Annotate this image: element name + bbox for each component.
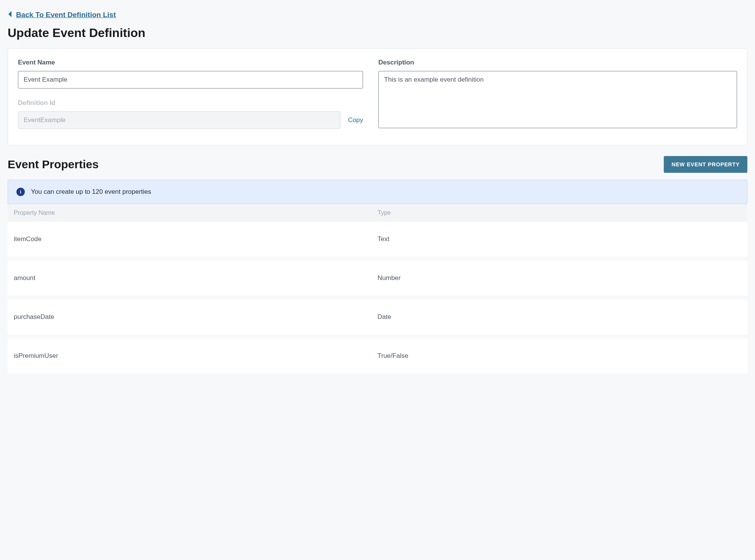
table-header-row: Property Name Type — [8, 204, 747, 222]
new-event-property-button[interactable]: NEW EVENT PROPERTY — [664, 156, 747, 173]
description-label: Description — [378, 59, 737, 66]
event-name-input[interactable] — [18, 71, 363, 89]
event-properties-title: Event Properties — [8, 158, 98, 171]
property-type-cell: Date — [378, 313, 741, 321]
header-property-name: Property Name — [14, 209, 378, 216]
info-icon: i — [16, 188, 25, 196]
property-type-cell: Number — [378, 274, 741, 282]
info-banner: i You can create up to 120 event propert… — [8, 180, 747, 204]
info-banner-text: You can create up to 120 event propertie… — [31, 188, 151, 196]
back-link[interactable]: Back To Event Definition List — [8, 11, 116, 19]
event-definition-card: Event Name Definition Id Copy Descriptio… — [8, 48, 747, 145]
table-row[interactable]: isPremiumUser True/False — [8, 338, 747, 373]
event-name-label: Event Name — [18, 59, 363, 66]
back-link-label: Back To Event Definition List — [16, 11, 116, 19]
description-textarea[interactable] — [378, 71, 737, 128]
property-type-cell: True/False — [378, 352, 741, 360]
definition-id-label: Definition Id — [18, 99, 363, 107]
definition-id-input — [18, 111, 340, 129]
property-type-cell: Text — [378, 235, 741, 243]
copy-button[interactable]: Copy — [348, 116, 363, 124]
property-name-cell: amount — [14, 274, 378, 282]
properties-table: Property Name Type itemCode Text amount … — [8, 204, 747, 373]
property-name-cell: purchaseDate — [14, 313, 378, 321]
table-row[interactable]: amount Number — [8, 261, 747, 296]
property-name-cell: isPremiumUser — [14, 352, 378, 360]
page-title: Update Event Definition — [8, 26, 747, 40]
header-type: Type — [378, 209, 741, 216]
caret-left-icon — [8, 11, 12, 19]
table-row[interactable]: itemCode Text — [8, 222, 747, 257]
property-name-cell: itemCode — [14, 235, 378, 243]
table-row[interactable]: purchaseDate Date — [8, 299, 747, 335]
